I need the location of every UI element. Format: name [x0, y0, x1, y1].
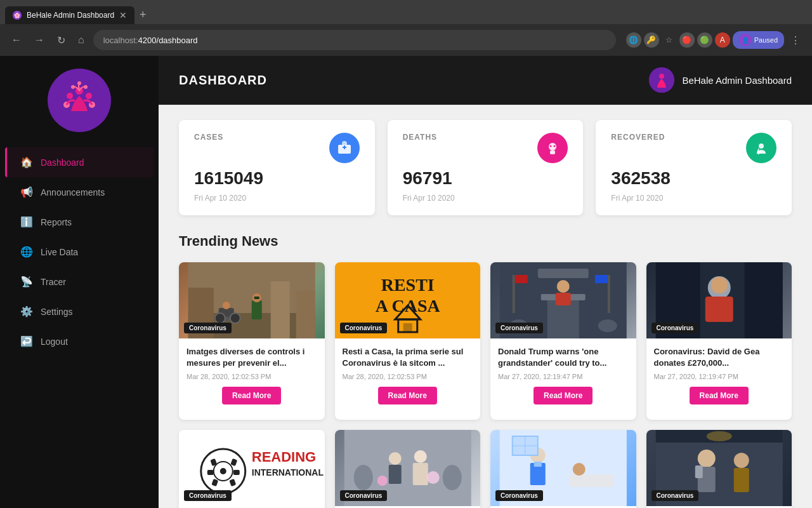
news-img-wrapper-7: Coronavirus — [646, 430, 792, 506]
sidebar-item-tracer[interactable]: 📡 Tracer — [5, 267, 154, 297]
svg-point-69 — [388, 452, 401, 465]
home-button[interactable]: ⌂ — [74, 32, 88, 48]
read-more-button-0[interactable]: Read More — [222, 387, 281, 404]
svg-point-18 — [554, 145, 556, 147]
svg-rect-42 — [556, 293, 571, 305]
sidebar-item-live-data[interactable]: 🌐 Live Data — [5, 237, 154, 267]
ext-icon-3[interactable]: 🔴 — [679, 32, 695, 48]
profile-button[interactable]: 👤 Paused — [733, 31, 784, 49]
svg-rect-14 — [344, 145, 345, 149]
url-bar[interactable]: localhost:4200/dashboard — [93, 30, 616, 50]
svg-point-83 — [573, 463, 586, 476]
stats-row: CASES 1615049 Fri Apr 10 2020 — [179, 120, 792, 215]
sidebar-item-reports[interactable]: ℹ️ Reports — [5, 207, 154, 237]
home-icon: 🏠 — [20, 156, 33, 168]
svg-point-8 — [77, 81, 81, 85]
news-body-3: Coronavirus: David de Gea donates £270,0… — [646, 338, 792, 420]
svg-rect-55 — [744, 262, 782, 338]
sidebar: 🏠 Dashboard 📢 Announcements ℹ️ Reports 🌐… — [0, 56, 159, 508]
active-tab[interactable]: 🌸 BeHale Admin Dashboard ✕ — [5, 6, 134, 24]
svg-point-7 — [84, 85, 88, 89]
sidebar-label-settings: Settings — [41, 307, 73, 317]
ext-icon-5[interactable]: A — [715, 32, 730, 48]
stat-card-deaths: DEATHS 96791 Fri Apr 10 2020 — [388, 120, 584, 215]
svg-point-24 — [215, 313, 225, 323]
svg-point-48 — [598, 319, 617, 332]
news-category-7: Coronavirus — [652, 490, 699, 501]
news-category-3: Coronavirus — [652, 323, 699, 333]
svg-point-52 — [710, 277, 727, 293]
news-title-1: Resti a Casa, la prima serie sul Coronav… — [343, 346, 473, 369]
svg-text:READING: READING — [252, 449, 316, 465]
svg-rect-27 — [252, 300, 262, 319]
new-tab-button[interactable]: + — [134, 6, 152, 24]
tab-close-button[interactable]: ✕ — [119, 10, 127, 20]
svg-rect-29 — [254, 297, 259, 299]
sidebar-item-announcements[interactable]: 📢 Announcements — [5, 177, 154, 207]
sidebar-item-logout[interactable]: ↩️ Logout — [5, 326, 154, 356]
svg-point-59 — [220, 468, 226, 474]
logo-container — [48, 69, 111, 132]
news-card-4: READING INTERNATIONAL Coronavirus Readin… — [179, 430, 325, 508]
news-date-0: Mar 28, 2020, 12:02:53 PM — [187, 373, 317, 380]
news-body-0: Imatges diverses de controls i mesures p… — [179, 338, 325, 420]
svg-rect-49 — [538, 269, 589, 278]
news-card-6: Coronavirus Watch live: Coronavirus... — [490, 430, 636, 508]
news-body-2: Donald Trump warns 'one grandstander' co… — [490, 338, 636, 420]
svg-rect-45 — [608, 275, 610, 313]
ext-icon-2[interactable]: 🔑 — [644, 32, 659, 48]
svg-point-25 — [230, 313, 240, 323]
news-img-wrapper-6: Coronavirus — [490, 430, 636, 506]
read-more-button-2[interactable]: Read More — [534, 387, 593, 404]
back-button[interactable]: ← — [8, 32, 25, 48]
news-date-3: Mar 27, 2020, 12:19:47 PM — [654, 373, 785, 380]
logo-svg — [57, 78, 102, 123]
more-options-button[interactable]: ⋮ — [787, 32, 804, 49]
sidebar-label-reports: Reports — [41, 217, 72, 227]
ext-icon-1[interactable]: 🌐 — [626, 32, 641, 48]
topbar-right: BeHale Admin Dashboard — [649, 67, 792, 93]
news-date-1: Mar 28, 2020, 12:02:53 PM — [343, 373, 473, 380]
news-title-2: Donald Trump warns 'one grandstander' co… — [498, 346, 629, 369]
forward-button[interactable]: → — [30, 32, 48, 48]
svg-point-3 — [86, 93, 92, 99]
svg-text:INTERNATIONAL: INTERNATIONAL — [252, 467, 324, 478]
news-card-2: Coronavirus Donald Trump warns 'one gran… — [490, 262, 636, 420]
stat-date-cases: Fri Apr 10 2020 — [194, 194, 360, 203]
svg-rect-70 — [388, 465, 401, 484]
url-scheme: localhost: — [103, 36, 138, 45]
reload-button[interactable]: ↻ — [53, 32, 69, 49]
ext-icon-star[interactable]: ☆ — [662, 32, 677, 48]
reports-icon: ℹ️ — [20, 216, 33, 228]
svg-point-10 — [659, 74, 664, 79]
svg-rect-62 — [207, 470, 214, 475]
tab-favicon: 🌸 — [13, 11, 22, 20]
svg-rect-81 — [534, 462, 542, 467]
svg-point-91 — [733, 453, 749, 468]
svg-rect-16 — [550, 150, 555, 154]
main-content: DASHBOARD BeHale Admin Dashboard — [159, 56, 812, 508]
news-category-5: Coronavirus — [340, 490, 388, 501]
news-card-5: Coronavirus Covid 19: DJ in the clear af… — [335, 430, 481, 508]
ext-icon-4[interactable]: 🟢 — [697, 32, 712, 48]
sidebar-item-settings[interactable]: ⚙️ Settings — [5, 297, 154, 326]
stat-header-deaths: DEATHS — [403, 133, 568, 163]
svg-rect-92 — [733, 468, 749, 492]
stat-icon-recovered — [746, 133, 776, 163]
sidebar-label-live-data: Live Data — [41, 247, 78, 257]
sidebar-label-announcements: Announcements — [41, 187, 105, 197]
news-card-7: Coronavirus Prince Charles, 71, is seen … — [646, 430, 792, 508]
svg-point-88 — [697, 450, 715, 467]
read-more-button-1[interactable]: Read More — [378, 387, 437, 404]
news-title-3: Coronavirus: David de Gea donates £270,0… — [654, 346, 785, 369]
url-text: localhost:4200/dashboard — [103, 36, 198, 45]
svg-point-73 — [377, 476, 387, 486]
svg-point-12 — [342, 141, 347, 146]
svg-point-41 — [557, 280, 570, 293]
sidebar-item-dashboard[interactable]: 🏠 Dashboard — [5, 147, 154, 177]
stat-value-recovered: 362538 — [611, 168, 776, 189]
read-more-button-3[interactable]: Read More — [690, 387, 749, 404]
app-container: 🏠 Dashboard 📢 Announcements ℹ️ Reports 🌐… — [0, 56, 812, 508]
stat-label-deaths: DEATHS — [403, 133, 437, 142]
svg-rect-53 — [705, 297, 733, 322]
